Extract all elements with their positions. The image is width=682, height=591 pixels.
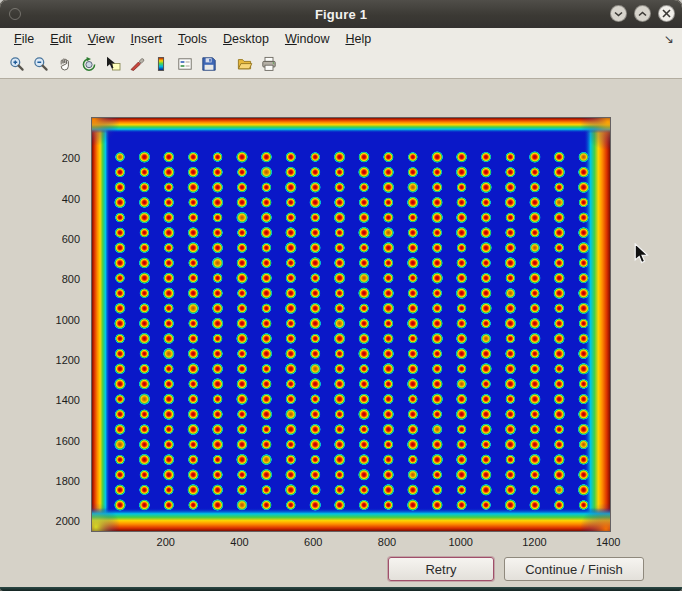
insert-legend-button[interactable] [173, 53, 197, 76]
zoom-out-icon [33, 56, 49, 72]
menu-item-insert[interactable]: Insert [123, 29, 170, 49]
y-tick-label: 200 [62, 152, 80, 164]
rotate-3d-button[interactable] [77, 53, 101, 76]
x-tick-label: 600 [304, 536, 322, 548]
brush-icon [129, 56, 145, 72]
menu-overflow-icon[interactable]: ↘ [664, 32, 674, 46]
menu-item-window[interactable]: Window [277, 29, 337, 49]
save-button[interactable] [197, 53, 221, 76]
window-title: Figure 1 [0, 7, 682, 22]
menu-item-desktop[interactable]: Desktop [215, 29, 277, 49]
heatmap-image[interactable] [92, 118, 610, 531]
legend-icon [177, 56, 193, 72]
x-tick-label: 1400 [596, 536, 620, 548]
x-tick-label: 800 [378, 536, 396, 548]
window-menu-icon[interactable] [9, 8, 21, 20]
rotate-3d-icon [81, 56, 97, 72]
insert-colorbar-button[interactable] [149, 53, 173, 76]
y-tick-label: 1200 [56, 354, 80, 366]
retry-button[interactable]: Retry [388, 557, 494, 581]
open-button[interactable] [233, 53, 257, 76]
pan-hand-icon [57, 56, 73, 72]
y-tick-label: 1000 [56, 314, 80, 326]
x-tick-label: 1200 [522, 536, 546, 548]
menu-item-view[interactable]: View [80, 29, 123, 49]
open-folder-icon [237, 56, 253, 72]
data-cursor-icon [105, 56, 121, 72]
y-tick-label: 1400 [56, 394, 80, 406]
x-tick-label: 1000 [448, 536, 472, 548]
menu-item-file[interactable]: File [6, 29, 42, 49]
menu-bar-items: FileEditViewInsertToolsDesktopWindowHelp [0, 29, 379, 49]
x-axis-labels: 200400600800100012001400 [92, 531, 610, 553]
pan-button[interactable] [53, 53, 77, 76]
print-button[interactable] [257, 53, 281, 76]
figure-toolbar [0, 50, 682, 79]
menu-bar: FileEditViewInsertToolsDesktopWindowHelp… [0, 28, 682, 50]
close-button[interactable] [658, 5, 675, 22]
menu-item-edit[interactable]: Edit [42, 29, 80, 49]
maximize-button[interactable] [634, 5, 651, 22]
zoom-in-button[interactable] [5, 53, 29, 76]
close-icon [662, 9, 671, 18]
chevron-up-icon [638, 11, 647, 17]
minimize-button[interactable] [610, 5, 627, 22]
brush-button[interactable] [125, 53, 149, 76]
x-tick-label: 400 [230, 536, 248, 548]
colorbar-icon [153, 56, 169, 72]
print-icon [261, 56, 277, 72]
title-bar[interactable]: Figure 1 [0, 0, 682, 28]
mouse-cursor [634, 243, 650, 266]
y-tick-label: 1600 [56, 435, 80, 447]
window-controls [610, 5, 675, 22]
window-bottom-edge [0, 587, 682, 591]
zoom-out-button[interactable] [29, 53, 53, 76]
continue-finish-button[interactable]: Continue / Finish [504, 557, 644, 581]
zoom-in-icon [9, 56, 25, 72]
y-tick-label: 800 [62, 273, 80, 285]
y-tick-label: 2000 [56, 515, 80, 527]
plot-area: 200400600800100012001400160018002000 200… [92, 118, 610, 531]
chevron-down-icon [614, 11, 623, 17]
data-cursor-button[interactable] [101, 53, 125, 76]
y-tick-label: 1800 [56, 475, 80, 487]
y-axis-labels: 200400600800100012001400160018002000 [40, 118, 86, 531]
figure-window: Figure 1 FileEditViewInsertToolsDesktopW… [0, 0, 682, 591]
menu-item-help[interactable]: Help [337, 29, 379, 49]
save-icon [201, 56, 217, 72]
y-tick-label: 600 [62, 233, 80, 245]
y-tick-label: 400 [62, 193, 80, 205]
menu-item-tools[interactable]: Tools [170, 29, 215, 49]
x-tick-label: 200 [157, 536, 175, 548]
